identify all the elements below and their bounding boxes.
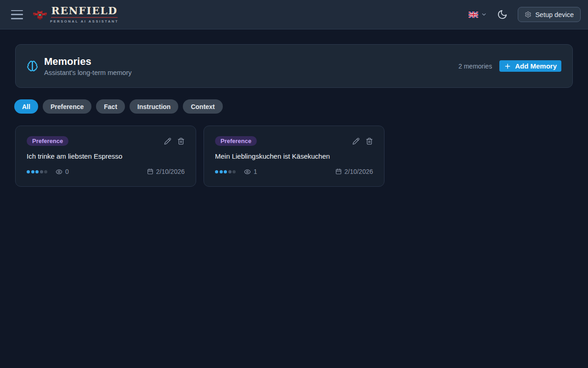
memory-date-value: 2/10/2026 <box>156 168 185 175</box>
menu-icon[interactable] <box>11 10 23 19</box>
top-navbar: RENFIELD PERSONAL AI ASSISTANT <box>0 0 588 29</box>
brand-name: RENFIELD <box>51 6 117 18</box>
navbar-right: Setup device <box>469 7 581 22</box>
add-memory-label: Add Memory <box>515 62 557 70</box>
edit-memory-button[interactable] <box>164 138 171 145</box>
chevron-down-icon <box>481 12 487 17</box>
filter-chip-preference[interactable]: Preference <box>43 99 91 114</box>
edit-memory-button[interactable] <box>352 138 360 145</box>
memories-header-right: 2 memories Add Memory <box>458 60 561 72</box>
strength-dots <box>215 170 236 173</box>
pencil-icon <box>164 138 171 145</box>
eye-icon <box>56 168 62 175</box>
strength-dot <box>31 170 34 173</box>
main-content: Memories Assistant's long-term memory 2 … <box>0 44 588 187</box>
setup-device-button[interactable]: Setup device <box>518 7 581 22</box>
filter-chip-instruction[interactable]: Instruction <box>130 99 178 114</box>
strength-dot <box>232 170 236 173</box>
page-title: Memories <box>44 56 132 68</box>
memory-text: Mein Lieblingskuchen ist Käsekuchen <box>215 152 373 160</box>
filter-chip-fact[interactable]: Fact <box>96 99 125 114</box>
brand-tagline: PERSONAL AI ASSISTANT <box>50 19 119 23</box>
pencil-icon <box>352 138 360 145</box>
strength-dots <box>27 170 47 173</box>
setup-device-label: Setup device <box>535 11 574 18</box>
memory-type-badge: Preference <box>215 136 257 146</box>
trash-icon <box>177 138 185 145</box>
memories-header-card: Memories Assistant's long-term memory 2 … <box>15 44 573 88</box>
memory-text: Ich trinke am liebsten Espresso <box>27 152 185 160</box>
memory-card: Preference Mein Lieblingskuchen ist Käse… <box>204 126 384 187</box>
strength-dot <box>44 170 47 173</box>
strength-dot <box>35 170 39 173</box>
brand-logo[interactable]: RENFIELD PERSONAL AI ASSISTANT <box>33 6 119 23</box>
gear-icon <box>525 11 531 18</box>
strength-dot <box>40 170 43 173</box>
strength-dot <box>228 170 232 173</box>
filter-chips: All Preference Fact Instruction Context <box>14 99 573 114</box>
strength-dot <box>215 170 218 173</box>
moon-icon <box>497 9 508 20</box>
language-selector[interactable] <box>469 12 487 18</box>
memory-cards-grid: Preference Ich trinke am liebsten Espres… <box>15 126 573 187</box>
trash-icon <box>366 138 373 145</box>
brand-text: RENFIELD PERSONAL AI ASSISTANT <box>50 6 119 23</box>
delete-memory-button[interactable] <box>177 138 185 145</box>
bat-logo-icon <box>33 10 47 21</box>
brain-icon <box>27 60 38 72</box>
strength-dot <box>224 170 227 173</box>
memory-card: Preference Ich trinke am liebsten Espres… <box>15 126 196 187</box>
filter-chip-context[interactable]: Context <box>183 99 222 114</box>
eye-icon <box>244 168 251 175</box>
add-memory-button[interactable]: Add Memory <box>499 60 561 72</box>
theme-toggle-button[interactable] <box>497 9 508 20</box>
view-count-value: 1 <box>254 168 257 175</box>
memory-date-value: 2/10/2026 <box>345 168 373 175</box>
memory-date: 2/10/2026 <box>147 168 185 175</box>
strength-dot <box>27 170 30 173</box>
view-count-value: 0 <box>65 168 69 175</box>
uk-flag-icon <box>469 12 478 18</box>
memories-header-left: Memories Assistant's long-term memory <box>27 56 132 76</box>
memories-count: 2 memories <box>458 63 492 70</box>
calendar-icon <box>335 168 342 175</box>
filter-chip-all[interactable]: All <box>14 99 38 114</box>
strength-dot <box>220 170 223 173</box>
delete-memory-button[interactable] <box>366 138 373 145</box>
calendar-icon <box>147 168 153 175</box>
memory-type-badge: Preference <box>27 136 68 146</box>
page-subtitle: Assistant's long-term memory <box>44 69 132 76</box>
memory-date: 2/10/2026 <box>335 168 373 175</box>
plus-icon <box>504 63 511 70</box>
view-count: 1 <box>244 168 257 175</box>
view-count: 0 <box>56 168 69 175</box>
